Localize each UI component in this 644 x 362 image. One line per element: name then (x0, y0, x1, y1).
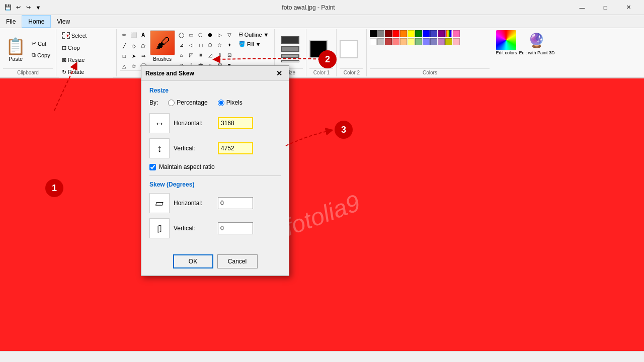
shape18[interactable]: ⊡ (225, 50, 234, 59)
shape7[interactable]: ⊿ (177, 40, 186, 49)
arrow-tool[interactable]: ➤ (129, 51, 138, 60)
copy-button[interactable]: ⧉ Copy (29, 50, 53, 61)
shape1[interactable]: ◯ (177, 30, 186, 39)
shape13[interactable]: ⌂ (177, 50, 186, 59)
swatch-rose[interactable] (385, 38, 392, 45)
percentage-radio[interactable] (168, 100, 175, 106)
swatch-silver[interactable] (377, 38, 384, 45)
dialog-close-button[interactable]: ✕ (274, 68, 285, 79)
triangle-tool[interactable]: △ (120, 61, 129, 70)
cut-button[interactable]: ✂ Cut (29, 38, 53, 49)
swatch-lightblue[interactable] (423, 38, 430, 45)
shape14[interactable]: ◸ (187, 50, 196, 59)
vertical-resize-input[interactable] (218, 142, 253, 154)
redo-icon[interactable]: ↪ (24, 4, 32, 12)
crop-button[interactable]: ⊡ Crop (59, 42, 90, 53)
color2-swatch[interactable] (340, 40, 358, 58)
swatch-lavender[interactable] (438, 38, 445, 45)
maintain-aspect-checkbox[interactable] (149, 164, 156, 170)
swatch-lightgreen[interactable] (415, 38, 422, 45)
swatch-purple[interactable] (438, 30, 445, 37)
shape6[interactable]: ▽ (225, 30, 234, 39)
skew-horizontal-input[interactable] (218, 197, 253, 209)
rect-tool[interactable]: □ (120, 51, 129, 60)
pixels-radio[interactable] (218, 100, 224, 106)
shape9[interactable]: ◻ (196, 40, 205, 49)
resize-button[interactable]: ⊠ Resize (59, 54, 90, 65)
copy-label: Copy (37, 52, 50, 58)
arrow2-tool[interactable]: ⇒ (139, 51, 148, 60)
swatch-red[interactable] (392, 30, 399, 37)
ok-button[interactable]: OK (173, 254, 213, 268)
skew-vertical-input[interactable] (218, 222, 253, 234)
shape12[interactable]: ✦ (225, 40, 234, 49)
more-shapes-area: ◯ ▭ ⬡ ⬢ ▷ ▽ ⊿ ◁ ◻ ⬡ ☆ ✦ ⌂ ◸ (177, 30, 234, 69)
pentagon-tool[interactable]: ⬠ (139, 41, 148, 50)
minimize-button[interactable]: — (571, 0, 594, 15)
color1-swatch[interactable] (309, 40, 328, 58)
line-tool[interactable]: ╱ (120, 41, 129, 50)
menu-view[interactable]: View (51, 15, 76, 28)
paste-button[interactable]: 📋 Paste (3, 32, 28, 67)
shape4[interactable]: ⬢ (206, 30, 215, 39)
select-button[interactable]: ▾ Select (59, 30, 90, 41)
swatch-olive[interactable] (445, 38, 452, 45)
diamond-tool[interactable]: ◇ (129, 41, 138, 50)
swatch-white[interactable] (370, 38, 377, 45)
horizontal-resize-input[interactable] (218, 117, 253, 129)
percentage-radio-label[interactable]: Percentage (168, 99, 207, 106)
pixels-radio-label[interactable]: Pixels (218, 99, 243, 106)
save-icon[interactable]: 💾 (4, 4, 12, 12)
close-button[interactable]: ✕ (617, 0, 640, 15)
swatch-orange[interactable] (400, 30, 407, 37)
select-arrow-icon: ▾ (66, 33, 69, 38)
shape8[interactable]: ◁ (187, 40, 196, 49)
size-thin-line (281, 54, 299, 58)
swatch-rainbow[interactable] (445, 30, 452, 37)
swatch-blue[interactable] (423, 30, 430, 37)
edit-colors-button[interactable]: Edit colors (496, 30, 517, 55)
maximize-button[interactable]: □ (594, 0, 617, 15)
shape5[interactable]: ▷ (215, 30, 224, 39)
shape2[interactable]: ▭ (187, 30, 196, 39)
pencil-tool[interactable]: ✏ (120, 30, 129, 39)
swatch-green[interactable] (415, 30, 422, 37)
dropdown-icon[interactable]: ▼ (34, 4, 42, 12)
swatch-peach[interactable] (400, 38, 407, 45)
skew-h-icon: ▭ (154, 198, 166, 209)
undo-icon[interactable]: ↩ (14, 4, 22, 12)
cancel-button[interactable]: Cancel (217, 254, 258, 268)
resize-by-group: By: Percentage Pixels (149, 99, 281, 106)
text-tool[interactable]: A (139, 30, 148, 39)
shape16[interactable]: ◿ (206, 50, 215, 59)
shape15[interactable]: ◾ (196, 50, 205, 59)
swatch-lightred[interactable] (392, 38, 399, 45)
vertical-resize-icon: ↕ (149, 138, 170, 158)
shape17[interactable]: ⇧ (215, 50, 224, 59)
eraser-tool[interactable]: ⬜ (129, 30, 138, 39)
fill-button[interactable]: 🪣 Fill ▼ (236, 40, 272, 48)
shape10[interactable]: ⬡ (206, 40, 215, 49)
outline-button[interactable]: ⊟ Outline ▼ (236, 30, 272, 39)
menu-file[interactable]: File (0, 15, 22, 28)
shape3[interactable]: ⬡ (196, 30, 205, 39)
copy-icon: ⧉ (32, 52, 36, 58)
shape11[interactable]: ☆ (215, 40, 224, 49)
swatch-pink-bright[interactable] (453, 30, 460, 37)
brushes-button[interactable]: 🖌 (150, 30, 175, 55)
annotation-circle-1: 1 (45, 179, 63, 197)
dialog-divider (149, 175, 281, 176)
swatch-yellow[interactable] (408, 30, 415, 37)
swatch-gray[interactable] (377, 30, 384, 37)
swatch-lightpink[interactable] (453, 38, 460, 45)
swatch-periwinkle[interactable] (430, 38, 437, 45)
swatch-lightyellow[interactable] (408, 38, 415, 45)
menu-home[interactable]: Home (22, 15, 51, 28)
star-tool[interactable]: ✩ (129, 61, 138, 70)
rotate-button[interactable]: ↻ Rotate (59, 66, 90, 77)
swatch-darkred[interactable] (385, 30, 392, 37)
swatch-black[interactable] (370, 30, 377, 37)
canvas[interactable]: fotolia9 1 (0, 78, 644, 351)
swatch-indigo[interactable] (430, 30, 437, 37)
edit-paint3d-button[interactable]: 🔮 Edit with Paint 3D (519, 30, 554, 55)
